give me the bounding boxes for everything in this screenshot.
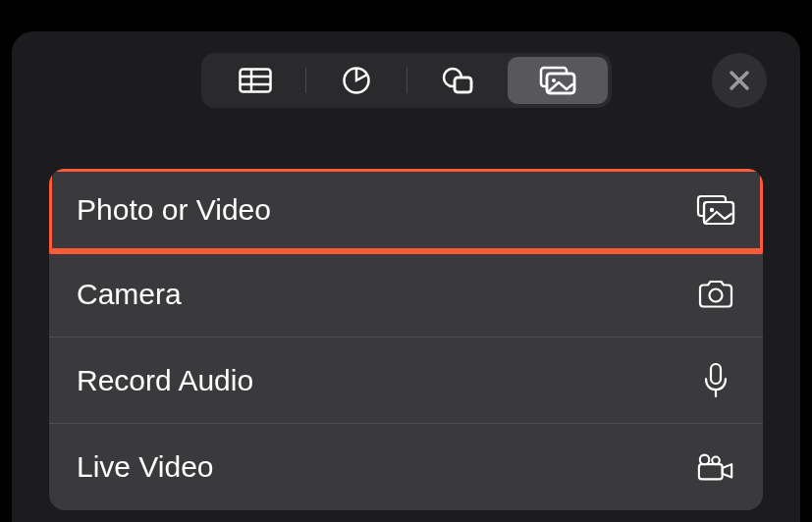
menu-item-photo-video[interactable]: Photo or Video [49, 169, 763, 254]
media-menu: Photo or Video Camera Recor [49, 169, 763, 510]
menu-item-record-audio[interactable]: Record Audio [49, 338, 763, 424]
mic-icon [696, 361, 735, 400]
svg-rect-23 [699, 464, 723, 479]
menu-item-camera[interactable]: Camera [49, 251, 763, 338]
menu-item-label: Camera [77, 278, 182, 311]
tab-media[interactable] [508, 57, 608, 104]
media-icon [696, 190, 735, 230]
svg-rect-6 [455, 78, 471, 92]
menu-item-label: Record Audio [77, 364, 253, 397]
svg-point-18 [710, 288, 723, 301]
svg-point-22 [712, 457, 720, 465]
svg-rect-19 [711, 364, 721, 384]
tab-shapes[interactable] [407, 57, 508, 104]
close-icon [729, 70, 750, 91]
insert-panel: Photo or Video Camera Recor [12, 31, 800, 522]
menu-item-label: Photo or Video [77, 193, 271, 227]
table-icon [236, 61, 275, 100]
tab-table[interactable] [205, 57, 305, 104]
close-button[interactable] [712, 53, 767, 108]
segmented-control [201, 53, 612, 108]
camera-icon [696, 275, 735, 314]
pie-chart-icon [337, 61, 376, 100]
shapes-icon [438, 61, 477, 100]
svg-point-11 [552, 78, 556, 82]
menu-item-live-video[interactable]: Live Video [49, 424, 763, 510]
toolbar [12, 53, 800, 108]
media-icon [538, 61, 577, 100]
svg-point-21 [700, 455, 710, 465]
video-camera-icon [696, 447, 735, 487]
tab-chart[interactable] [306, 57, 406, 104]
svg-rect-0 [240, 70, 270, 92]
svg-point-17 [710, 208, 714, 212]
menu-item-label: Live Video [77, 450, 214, 484]
